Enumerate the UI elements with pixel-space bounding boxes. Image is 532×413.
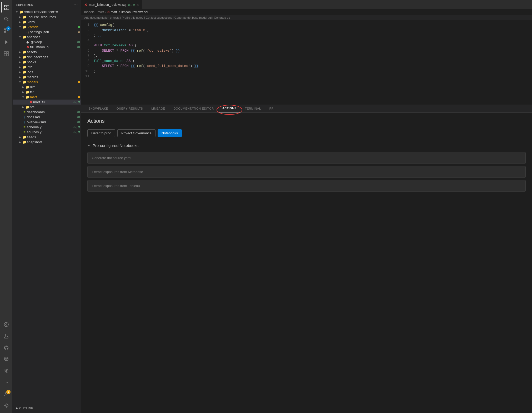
svg-point-4 xyxy=(4,17,7,20)
svg-line-5 xyxy=(7,20,8,21)
info-label: info xyxy=(27,65,81,69)
sidebar-item-course-resources[interactable]: ▶ 📁 _course_resources xyxy=(13,14,81,19)
db-icon[interactable] xyxy=(1,354,12,365)
models-arrow: ▼ xyxy=(18,81,22,83)
sidebar-more-button[interactable]: ··· xyxy=(74,3,78,7)
mart-arrow: ▼ xyxy=(21,96,25,99)
snowflake-icon[interactable] xyxy=(1,366,12,376)
tab-query-results[interactable]: QUERY RESULTS xyxy=(112,105,147,112)
sidebar-item-assets[interactable]: ▶ 📁 assets xyxy=(13,50,81,55)
account-icon[interactable]: 1 xyxy=(1,389,12,399)
project-governance-button[interactable]: Project Governance xyxy=(117,129,155,137)
analyses-icon: 📁 xyxy=(22,35,27,39)
svg-rect-13 xyxy=(4,54,6,56)
line-num-10: 10 xyxy=(81,69,94,74)
lab-icon[interactable] xyxy=(1,331,12,341)
mart-full-badge: ↓R, M xyxy=(73,101,81,104)
extensions-icon[interactable] xyxy=(1,48,12,59)
line-num-8: 8 xyxy=(81,58,94,64)
course-resources-arrow: ▶ xyxy=(18,16,22,18)
full-moon-icon: ✕ xyxy=(25,45,30,49)
tab-snowflake[interactable]: SNOWFLAKE xyxy=(84,105,112,112)
logs-arrow: ▶ xyxy=(18,71,22,73)
sidebar-item-docs-md[interactable]: ↓ docs.md ↓R xyxy=(13,115,81,120)
overview-md-badge: ↓R xyxy=(77,121,81,124)
notebook-item-generate-yaml[interactable]: Generate dbt source yaml xyxy=(87,152,526,164)
tab-bar: ✕ mart_fullmoon_reviews.sql ↓R, M × xyxy=(81,0,532,9)
tab-lineage[interactable]: LINEAGE xyxy=(147,105,169,112)
sidebar-item-mart-fullmoon[interactable]: ✕ mart_ful... ↓R, M xyxy=(13,100,81,105)
overview-md-label: overview.md xyxy=(27,120,77,124)
outline-section[interactable]: ▶ OUTLINE xyxy=(13,405,81,411)
sidebar-item-venv[interactable]: ▶ 📁 .venv xyxy=(13,19,81,24)
code-editor[interactable]: 1 {{ config( 2 materialized = 'table', 3… xyxy=(81,20,532,105)
sidebar-item-macros[interactable]: ▶ 📁 macros xyxy=(13,75,81,80)
docs-md-badge: ↓R xyxy=(77,116,81,119)
breadcrumb-sep1: › xyxy=(96,10,97,14)
explorer-icon[interactable] xyxy=(1,2,12,13)
sidebar-item-fct[interactable]: ▶ 📁 fct xyxy=(13,90,81,95)
notebook-item-extract-metabase[interactable]: Extract exposures from Metabase xyxy=(87,166,526,178)
run-icon[interactable] xyxy=(1,37,12,47)
notebooks-button[interactable]: Notebooks xyxy=(158,129,182,137)
sidebar-item-info[interactable]: ▶ 📁 info xyxy=(13,65,81,70)
sidebar-item-dim[interactable]: ▶ 📁 dim xyxy=(13,85,81,90)
pre-configured-notebooks-header[interactable]: ▼ Pre-configured Notebooks xyxy=(87,143,526,148)
activity-bar: 8 xyxy=(0,0,13,413)
tab-pr[interactable]: PR xyxy=(265,105,278,112)
tab-terminal[interactable]: TERMINAL xyxy=(241,105,265,112)
line-content-3: ) }} xyxy=(94,33,532,38)
svg-rect-0 xyxy=(4,5,6,7)
settings-icon[interactable] xyxy=(1,400,12,411)
notebook-item-extract-tableau[interactable]: Extract exposures from Tableau xyxy=(87,180,526,192)
settings-json-icon: {} xyxy=(25,30,30,34)
sidebar-item-sources-yaml[interactable]: ≡ sources.y... ↓R, M xyxy=(13,130,81,135)
root-arrow: ▼ xyxy=(15,11,19,13)
sidebar-item-schema-yaml[interactable]: ≡ schema.y... ↓R, M xyxy=(13,125,81,130)
defer-to-prod-button[interactable]: Defer to prod xyxy=(87,129,115,137)
breadcrumb-models[interactable]: models xyxy=(84,10,94,14)
docs-md-label: docs.md xyxy=(27,115,77,119)
sidebar-item-logs[interactable]: ▶ 📁 logs xyxy=(13,70,81,75)
code-line-8: 8 full_moon_dates AS ( xyxy=(81,58,532,64)
line-content-1: {{ config( xyxy=(94,22,532,28)
tab-badges: ↓R, M xyxy=(128,3,135,6)
breadcrumb-mart[interactable]: mart xyxy=(98,10,104,14)
overview-md-icon: ↓ xyxy=(22,120,27,124)
line-num-3: 3 xyxy=(81,33,94,38)
sidebar-item-dbt-packages[interactable]: ▶ 📁 dbt_packages xyxy=(13,55,81,60)
assets-icon: 📁 xyxy=(22,50,27,54)
github-icon[interactable] xyxy=(1,342,12,353)
dbt-packages-arrow: ▶ xyxy=(18,56,22,58)
sidebar-item-vscode[interactable]: ▼ 📁 .vscode xyxy=(13,24,81,30)
sidebar-item-snapshots[interactable]: ▶ 📁 snapshots xyxy=(13,140,81,145)
search-icon[interactable] xyxy=(1,14,12,24)
sidebar-item-full-moon-n[interactable]: ✕ full_moon_n... ↓R xyxy=(13,45,81,50)
dim-arrow: ▶ xyxy=(21,86,25,88)
sidebar-item-dashboards[interactable]: ≡ dashboards.... ↓R xyxy=(13,110,81,115)
tab-close-button[interactable]: × xyxy=(137,3,139,7)
schema-yaml-badge: ↓R, M xyxy=(73,126,81,129)
sidebar-item-src[interactable]: ▶ 📁 src xyxy=(13,105,81,110)
sidebar-item-overview-md[interactable]: ↓ overview.md ↓R xyxy=(13,120,81,125)
more-icon[interactable]: ··· xyxy=(1,377,12,388)
sidebar-item-analyses[interactable]: ▼ 📁 analyses xyxy=(13,35,81,40)
sidebar-item-hooks[interactable]: ▶ 📁 hooks xyxy=(13,60,81,65)
venv-icon: 📁 xyxy=(22,20,27,24)
line-num-4: 4 xyxy=(81,38,94,43)
source-control-icon[interactable]: 8 xyxy=(1,25,12,36)
sidebar-item-models[interactable]: ▼ 📁 models xyxy=(13,80,81,85)
tab-actions[interactable]: ACTIONS xyxy=(218,105,241,112)
code-line-5: 5 WITH fct_reviews AS ( xyxy=(81,43,532,48)
root-folder[interactable]: ▼ 📁 COMPLETE-DBT-BOOTC... xyxy=(13,9,81,14)
hooks-icon: 📁 xyxy=(22,60,27,64)
sidebar-item-mart[interactable]: ▼ 📁 mart xyxy=(13,95,81,100)
sidebar-item-gitkeep[interactable]: ◆ .gitkeep ↓R xyxy=(13,40,81,45)
sidebar-item-seeds[interactable]: ▶ 📁 seeds xyxy=(13,135,81,140)
line-num-7: 7 xyxy=(81,53,94,58)
tab-documentation-editor[interactable]: DOCUMENTATION EDITOR xyxy=(169,105,218,112)
sidebar-item-settings-json[interactable]: {} settings.json U xyxy=(13,30,81,35)
remote-icon[interactable] xyxy=(1,319,12,330)
svg-point-15 xyxy=(4,322,8,327)
active-tab[interactable]: ✕ mart_fullmoon_reviews.sql ↓R, M × xyxy=(81,0,142,9)
